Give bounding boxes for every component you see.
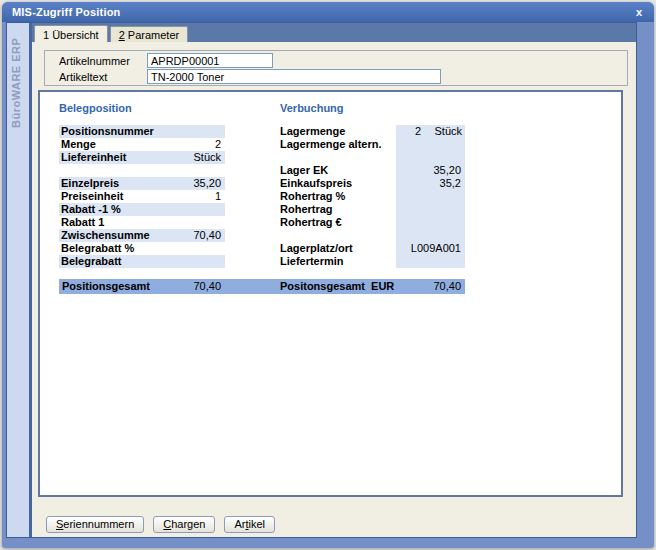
beleg-row: Einzelpreis35,20	[59, 177, 225, 190]
row-label: Rabatt 1	[59, 216, 221, 229]
row-label: Belegrabatt %	[59, 242, 221, 255]
beleg-row: Positionsnummer	[59, 125, 225, 138]
verbuchung-row: Lagermenge altern.	[280, 138, 465, 151]
value-band: 2Stück	[396, 125, 465, 138]
position-total-bar: Positionsgesamt 70,40 Positonsgesamt EUR…	[59, 279, 465, 294]
beleg-row: LiefereinheitStück	[59, 151, 225, 164]
row-value: 70,40	[193, 229, 225, 242]
row-label: Lagermenge	[280, 125, 396, 138]
position-detail-panel: Belegposition Verbuchung Positionsnummer…	[38, 90, 623, 497]
beleg-row: Preiseinheit1	[59, 190, 225, 203]
row-label: Liefereinheit	[59, 151, 193, 164]
row-value	[396, 190, 465, 203]
value-band	[396, 255, 465, 268]
value-band: L009A001	[396, 242, 465, 255]
artikelnummer-label: Artikelnummer	[59, 55, 147, 67]
verbuchung-row: Einkaufspreis35,2	[280, 177, 465, 190]
verbuchung-row: Liefertermin	[280, 255, 465, 268]
row-value	[396, 216, 465, 229]
total-right-value: 70,40	[433, 279, 461, 294]
row-label	[280, 151, 396, 164]
row-label	[280, 229, 396, 242]
verbuchung-row: Lagermenge2Stück	[280, 125, 465, 138]
tab-label: 1 Übersicht	[43, 29, 99, 41]
row-spacer	[59, 164, 225, 177]
row-value: 1	[215, 190, 225, 203]
verbuchung-rows: Lagermenge2StückLagermenge altern.Lager …	[280, 125, 465, 268]
main-area: 1 Übersicht 2 Parameter Artikelnummer Ar…	[32, 23, 636, 537]
value-band	[396, 216, 465, 229]
belegposition-rows: PositionsnummerMenge2LiefereinheitStückE…	[59, 125, 225, 268]
app-window: MIS-Zugriff Position x BüroWARE ERP 1 Üb…	[2, 2, 654, 548]
brand-sidebar: BüroWARE ERP	[7, 23, 32, 537]
value-band	[396, 190, 465, 203]
row-label: Menge	[59, 138, 215, 151]
value-band	[396, 203, 465, 216]
close-icon[interactable]: x	[634, 6, 644, 18]
beleg-row: Belegrabatt %	[59, 242, 225, 255]
beleg-row: Rabatt -1 %	[59, 203, 225, 216]
row-value: 35,20	[396, 164, 465, 177]
row-label: Preiseinheit	[59, 190, 215, 203]
total-right-label: Positonsgesamt EUR	[280, 279, 394, 294]
row-value	[396, 138, 465, 151]
artikeltext-input[interactable]	[147, 69, 441, 84]
row-unit: Stück	[430, 125, 465, 138]
window-titlebar[interactable]: MIS-Zugriff Position x	[2, 2, 654, 22]
article-fields-groupbox: Artikelnummer Artikeltext	[44, 50, 628, 86]
tab-label: 2 Parameter	[119, 29, 180, 41]
row-label: Liefertermin	[280, 255, 396, 268]
row-label: Lager EK	[280, 164, 396, 177]
verbuchung-row: Rohertrag €	[280, 216, 465, 229]
row-label: Einzelpreis	[59, 177, 193, 190]
beleg-row: Belegrabatt	[59, 255, 225, 268]
artikelnummer-input[interactable]	[147, 53, 273, 68]
beleg-row: Zwischensumme70,40	[59, 229, 225, 242]
dialog-body: Artikelnummer Artikeltext Belegposition …	[32, 42, 636, 537]
field-row-artikeltext: Artikeltext	[59, 69, 441, 84]
verbuchung-row: Lagerplatz/ortL009A001	[280, 242, 465, 255]
belegposition-header: Belegposition	[59, 102, 132, 114]
footer-button-chargen[interactable]: Chargen	[153, 516, 215, 533]
window-title: MIS-Zugriff Position	[12, 6, 634, 18]
row-label: Belegrabatt	[59, 255, 221, 268]
value-band	[396, 229, 465, 242]
row-value: 35,2	[396, 177, 465, 190]
row-label: Zwischensumme	[59, 229, 193, 242]
footer-button-artikel[interactable]: Artikel	[224, 516, 275, 533]
row-label: Rohertrag	[280, 203, 396, 216]
row-spacer	[280, 151, 465, 164]
verbuchung-row: Lager EK35,20	[280, 164, 465, 177]
field-row-artikelnummer: Artikelnummer	[59, 53, 273, 68]
verbuchung-row: Rohertrag	[280, 203, 465, 216]
value-band	[396, 151, 465, 164]
artikeltext-label: Artikeltext	[59, 71, 147, 83]
row-label: Lagerplatz/ort	[280, 242, 396, 255]
footer-button-bar: SeriennummernChargenArtikel	[46, 515, 275, 534]
window-client-area: BüroWARE ERP 1 Übersicht 2 Parameter Art…	[6, 22, 637, 538]
footer-button-seriennummern[interactable]: Seriennummern	[46, 516, 144, 533]
value-band: 35,2	[396, 177, 465, 190]
total-left-value: 70,40	[59, 279, 221, 294]
row-value: Stück	[193, 151, 225, 164]
verbuchung-header: Verbuchung	[280, 102, 344, 114]
row-value: 2	[396, 125, 430, 138]
row-value: 2	[215, 138, 225, 151]
tab-uebersicht[interactable]: 1 Übersicht	[34, 25, 108, 42]
brand-vertical-text: BüroWARE ERP	[10, 26, 26, 128]
row-spacer	[280, 229, 465, 242]
tab-parameter[interactable]: 2 Parameter	[110, 26, 189, 42]
row-label: Positionsnummer	[59, 125, 221, 138]
row-label: Rohertrag €	[280, 216, 396, 229]
row-value	[396, 203, 465, 216]
verbuchung-row: Rohertrag %	[280, 190, 465, 203]
row-label: Einkaufspreis	[280, 177, 396, 190]
row-label: Lagermenge altern.	[280, 138, 396, 151]
value-band	[396, 138, 465, 151]
row-value	[396, 255, 465, 268]
tab-strip: 1 Übersicht 2 Parameter	[32, 23, 636, 42]
value-band: 35,20	[396, 164, 465, 177]
row-label: Rabatt -1 %	[59, 203, 221, 216]
row-label: Rohertrag %	[280, 190, 396, 203]
row-value: 35,20	[193, 177, 225, 190]
